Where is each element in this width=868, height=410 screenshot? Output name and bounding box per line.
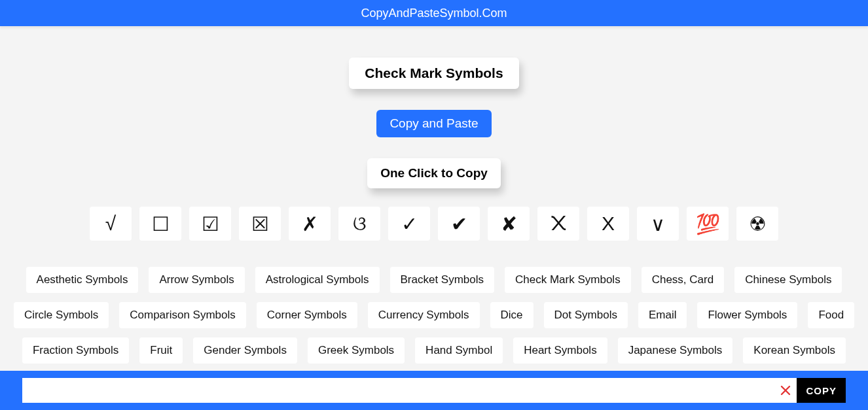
bottom-bar: COPY <box>0 371 868 410</box>
copy-paste-button[interactable]: Copy and Paste <box>376 110 491 137</box>
category-link[interactable]: Fruit <box>139 337 183 364</box>
category-link[interactable]: Dice <box>490 302 533 328</box>
symbol-item[interactable]: ଓ <box>338 207 380 241</box>
symbol-item[interactable]: ☢ <box>736 207 778 241</box>
symbol-item[interactable]: √ <box>90 207 132 241</box>
category-link[interactable]: Corner Symbols <box>257 302 357 328</box>
page-title: Check Mark Symbols <box>349 58 518 89</box>
category-link[interactable]: Japanese Symbols <box>618 337 733 364</box>
category-link[interactable]: Heart Symbols <box>513 337 607 364</box>
category-link[interactable]: Chinese Symbols <box>734 267 842 293</box>
category-link[interactable]: Chess, Card <box>642 267 724 293</box>
close-icon <box>780 385 791 396</box>
category-link[interactable]: Flower Symbols <box>697 302 797 328</box>
category-link[interactable]: Hand Symbol <box>415 337 503 364</box>
top-header: CopyAndPasteSymbol.Com <box>0 0 868 26</box>
clear-button[interactable] <box>774 378 797 403</box>
site-title[interactable]: CopyAndPasteSymbol.Com <box>361 7 507 20</box>
symbol-item[interactable]: 💯 <box>687 207 729 241</box>
category-link[interactable]: Astrological Symbols <box>255 267 380 293</box>
category-link[interactable]: Comparison Symbols <box>119 302 246 328</box>
symbol-item[interactable]: ☑ <box>189 207 231 241</box>
category-link[interactable]: Gender Symbols <box>193 337 297 364</box>
symbol-item[interactable]: ᙭ <box>537 207 579 241</box>
category-link[interactable]: Fraction Symbols <box>22 337 129 364</box>
category-link[interactable]: Arrow Symbols <box>149 267 244 293</box>
symbol-item[interactable]: ✔ <box>438 207 480 241</box>
category-link[interactable]: Greek Symbols <box>308 337 405 364</box>
symbol-item[interactable]: ∨ <box>637 207 679 241</box>
category-link[interactable]: Circle Symbols <box>14 302 109 328</box>
category-link[interactable]: Food <box>808 302 854 328</box>
symbol-item[interactable]: ✓ <box>388 207 430 241</box>
symbol-item[interactable]: ☐ <box>139 207 181 241</box>
symbol-item[interactable]: ☒ <box>239 207 281 241</box>
copy-button[interactable]: COPY <box>797 378 846 403</box>
symbol-item[interactable]: ✗ <box>289 207 331 241</box>
category-link[interactable]: Dot Symbols <box>544 302 628 328</box>
category-link[interactable]: Bracket Symbols <box>390 267 495 293</box>
main-content: Check Mark Symbols Copy and Paste One Cl… <box>0 26 868 399</box>
category-link[interactable]: Korean Symbols <box>743 337 846 364</box>
symbol-row: √☐☑☒✗ଓ✓✔✘᙭Х∨💯☢ <box>90 207 778 241</box>
symbol-item[interactable]: Х <box>587 207 629 241</box>
category-link[interactable]: Check Mark Symbols <box>505 267 631 293</box>
subtitle-card: One Click to Copy <box>367 158 501 188</box>
category-link[interactable]: Aesthetic Symbols <box>26 267 139 293</box>
category-link[interactable]: Email <box>638 302 687 328</box>
symbol-item[interactable]: ✘ <box>488 207 530 241</box>
clipboard-input[interactable] <box>22 378 774 403</box>
category-link[interactable]: Currency Symbols <box>368 302 480 328</box>
